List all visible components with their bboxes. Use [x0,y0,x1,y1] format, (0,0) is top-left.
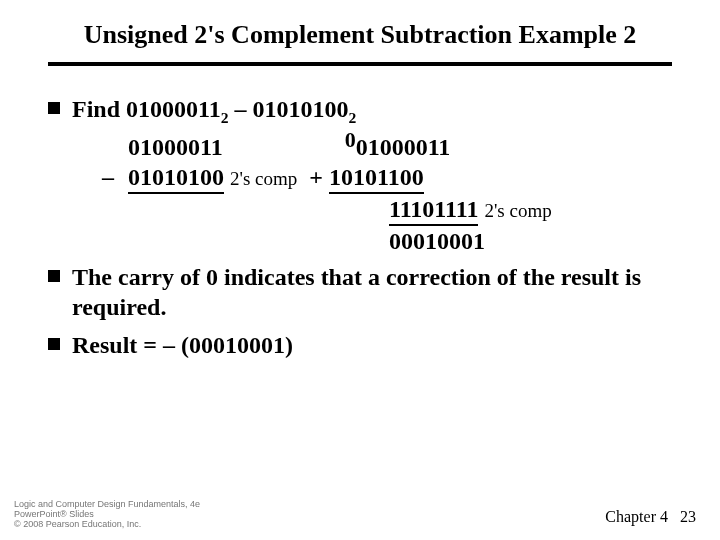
bullet-carry: The carry of 0 indicates that a correcti… [48,262,672,322]
math-left-minus: – [102,162,128,192]
bullet-marker [48,338,60,350]
footer-page: 23 [680,508,696,525]
bullet-marker [48,102,60,114]
bullet-marker [48,270,60,282]
find-dash: – [229,96,253,122]
math-carry-0: 0 [345,126,356,154]
math-note-2c-right: 2's comp [484,199,551,223]
math-right-bot: 10101100 [329,162,424,194]
math-block: 01000011001000011 –010101002's comp + 10… [102,132,672,256]
result-value: 00010001 [189,332,285,358]
footer-chapter: Chapter 4 [605,508,668,525]
footer-pageinfo: Chapter 4 23 [605,508,696,526]
result-prefix: Result = – ( [72,332,189,358]
math-right-top: 01000011 [356,132,451,162]
bullet-find: Find 010000112 – 010101002 [48,94,672,124]
math-left-bot: 01010100 [128,162,224,194]
bullet-carry-text: The carry of 0 indicates that a correcti… [72,262,672,322]
result-suffix: ) [285,332,293,358]
footer-credits: Logic and Computer Design Fundamentals, … [14,500,200,530]
find-b: 01010100 [253,96,349,122]
find-sub-b: 2 [349,109,357,126]
find-a: 01000011 [126,96,221,122]
math-note-2c-left: 2's comp [224,167,303,191]
footer-line3: © 2008 Pearson Education, Inc. [14,520,200,530]
math-left-top: 01000011 [128,132,223,162]
math-right-plus: + [309,162,323,192]
bullet-result-text: Result = – (00010001) [72,330,672,360]
find-sub-a: 2 [221,109,229,126]
bullet-result: Result = – (00010001) [48,330,672,360]
title-rule [48,62,672,66]
bullet-find-text: Find 010000112 – 010101002 [72,94,672,124]
math-right-res: 00010001 [389,226,485,256]
math-right-sum: 11101111 [389,194,478,226]
slide-title: Unsigned 2's Complement Subtraction Exam… [48,20,672,50]
find-prefix: Find [72,96,126,122]
